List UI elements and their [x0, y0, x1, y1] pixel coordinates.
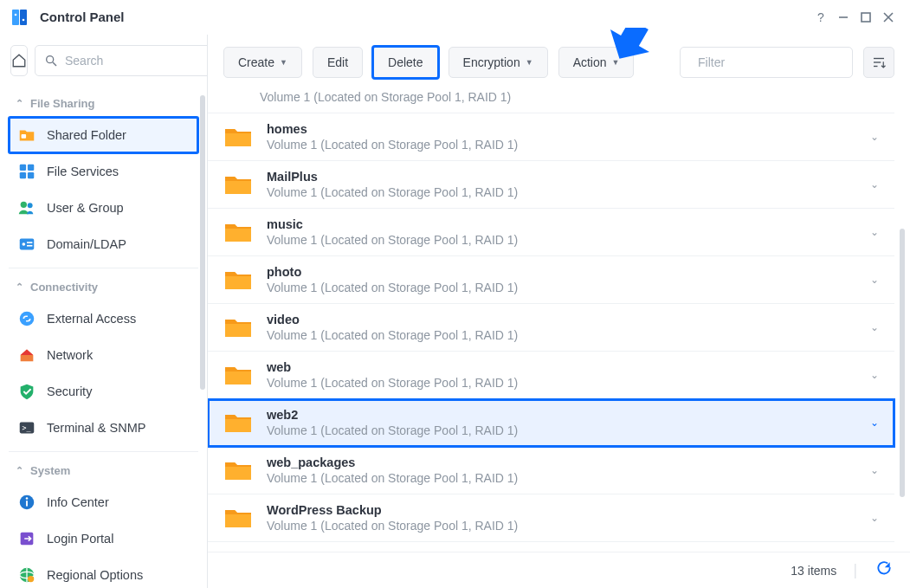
minimize-button[interactable]	[832, 6, 855, 29]
folder-icon	[223, 315, 253, 339]
filter-field[interactable]	[680, 47, 853, 78]
sidebar-item-label: Regional Options	[47, 568, 143, 582]
portal-icon	[17, 529, 36, 548]
expand-chevron-icon[interactable]: ⌄	[870, 274, 882, 286]
svg-point-26	[26, 497, 29, 500]
svg-rect-0	[12, 10, 19, 25]
folder-row[interactable]: web_packagesVolume 1 (Located on Storage…	[208, 447, 894, 494]
svg-rect-14	[28, 172, 34, 178]
list-scrollbar[interactable]	[900, 229, 905, 497]
expand-chevron-icon[interactable]: ⌄	[870, 178, 882, 191]
sidebar-item-regional-options[interactable]: Regional Options	[9, 557, 198, 588]
home-icon	[11, 53, 27, 68]
expand-chevron-icon[interactable]: ⌄	[870, 417, 882, 429]
sidebar-item-user-group[interactable]: User & Group	[9, 190, 198, 226]
folder-row[interactable]: web2Volume 1 (Located on Storage Pool 1,…	[208, 399, 894, 447]
section-label: Connectivity	[30, 281, 98, 294]
folder-location: Volume 1 (Located on Storage Pool 1, RAI…	[267, 423, 856, 437]
sidebar-item-file-services[interactable]: File Services	[9, 153, 198, 190]
search-field[interactable]	[35, 45, 208, 76]
folder-location: Volume 1 (Located on Storage Pool 1, RAI…	[267, 281, 856, 294]
svg-rect-19	[27, 242, 32, 243]
folder-icon	[223, 220, 253, 244]
folder-row[interactable]: webVolume 1 (Located on Storage Pool 1, …	[208, 352, 894, 399]
id-card-icon	[17, 235, 36, 254]
folder-row[interactable]: photoVolume 1 (Located on Storage Pool 1…	[208, 256, 894, 304]
expand-chevron-icon[interactable]: ⌄	[870, 131, 882, 143]
sort-settings-button[interactable]	[863, 47, 894, 78]
sidebar-scrollbar[interactable]	[200, 95, 205, 390]
sidebar-item-label: Terminal & SNMP	[47, 421, 145, 435]
refresh-button[interactable]	[875, 559, 893, 581]
svg-rect-5	[862, 13, 870, 22]
sidebar-item-label: Login Portal	[47, 532, 113, 546]
grid-icon	[17, 162, 36, 181]
folder-row[interactable]: MailPlusVolume 1 (Located on Storage Poo…	[208, 161, 894, 209]
svg-point-30	[28, 576, 34, 582]
section-header-connectivity[interactable]: ⌃Connectivity	[9, 274, 198, 300]
sidebar-item-login-portal[interactable]: Login Portal	[9, 520, 198, 557]
svg-rect-13	[20, 172, 26, 178]
partial-cut-row: Volume 1 (Located on Storage Pool 1, RAI…	[208, 90, 894, 113]
sidebar-item-shared-folder[interactable]: Shared Folder	[9, 117, 198, 153]
folder-row[interactable]: WordPress BackupVolume 1 (Located on Sto…	[208, 494, 894, 542]
sidebar-item-security[interactable]: Security	[9, 373, 198, 410]
svg-rect-11	[20, 165, 26, 171]
svg-point-16	[28, 203, 33, 208]
folder-name: photo	[267, 265, 856, 279]
create-button[interactable]: Create▼	[223, 47, 302, 78]
folder-row[interactable]: musicVolume 1 (Located on Storage Pool 1…	[208, 209, 894, 256]
info-icon	[17, 493, 36, 512]
status-bar: 13 items │	[208, 552, 910, 588]
sidebar-item-label: External Access	[47, 312, 136, 326]
home-button[interactable]	[10, 45, 28, 76]
expand-chevron-icon[interactable]: ⌄	[870, 464, 882, 476]
folder-name: web	[267, 360, 856, 374]
item-count: 13 items	[791, 564, 836, 578]
folder-location: Volume 1 (Located on Storage Pool 1, RAI…	[267, 328, 856, 342]
folder-name: homes	[267, 122, 856, 136]
sidebar-item-info-center[interactable]: Info Center	[9, 484, 198, 520]
svg-point-3	[23, 18, 25, 21]
folder-location: Volume 1 (Located on Storage Pool 1, RAI…	[267, 185, 856, 199]
chevron-up-icon: ⌃	[16, 98, 23, 109]
close-button[interactable]	[877, 6, 900, 29]
section-header-file-sharing[interactable]: ⌃File Sharing	[9, 90, 198, 117]
expand-chevron-icon[interactable]: ⌄	[870, 226, 882, 238]
expand-chevron-icon[interactable]: ⌄	[870, 369, 882, 381]
shield-icon	[17, 382, 36, 401]
terminal-icon: >_	[17, 418, 36, 437]
sidebar-item-label: File Services	[47, 165, 119, 178]
folder-location: Volume 1 (Located on Storage Pool 1, RAI…	[267, 233, 856, 247]
vertical-divider: │	[852, 564, 860, 578]
folder-name: WordPress Backup	[267, 503, 856, 517]
svg-point-18	[23, 242, 26, 246]
action-button[interactable]: Action▼	[558, 47, 635, 78]
globe-icon	[17, 565, 36, 585]
expand-chevron-icon[interactable]: ⌄	[870, 512, 882, 524]
window-title: Control Panel	[40, 10, 125, 24]
expand-chevron-icon[interactable]: ⌄	[870, 321, 882, 333]
section-header-system[interactable]: ⌃System	[9, 457, 198, 484]
delete-button[interactable]: Delete	[373, 47, 437, 78]
svg-rect-20	[27, 245, 32, 247]
help-button[interactable]: ?	[810, 6, 832, 29]
maximize-button[interactable]	[855, 6, 877, 29]
sidebar-item-network[interactable]: Network	[9, 337, 198, 373]
sidebar-item-terminal-snmp[interactable]: >_Terminal & SNMP	[9, 410, 198, 446]
svg-point-21	[20, 312, 35, 326]
svg-text:>_: >_	[23, 423, 31, 432]
sidebar-item-label: Network	[47, 348, 93, 362]
folder-list[interactable]: Volume 1 (Located on Storage Pool 1, RAI…	[208, 90, 910, 552]
filter-input[interactable]	[698, 55, 849, 69]
encryption-button[interactable]: Encryption▼	[449, 47, 548, 78]
folder-row[interactable]: videoVolume 1 (Located on Storage Pool 1…	[208, 304, 894, 352]
sidebar-item-domain-ldap[interactable]: Domain/LDAP	[9, 226, 198, 262]
sidebar-item-label: Shared Folder	[47, 128, 126, 142]
search-input[interactable]	[65, 54, 208, 68]
folder-name: music	[267, 217, 856, 231]
folder-icon	[223, 363, 253, 387]
sidebar-item-external-access[interactable]: External Access	[9, 300, 198, 337]
folder-row[interactable]: homesVolume 1 (Located on Storage Pool 1…	[208, 113, 894, 161]
edit-button[interactable]: Edit	[313, 47, 363, 78]
